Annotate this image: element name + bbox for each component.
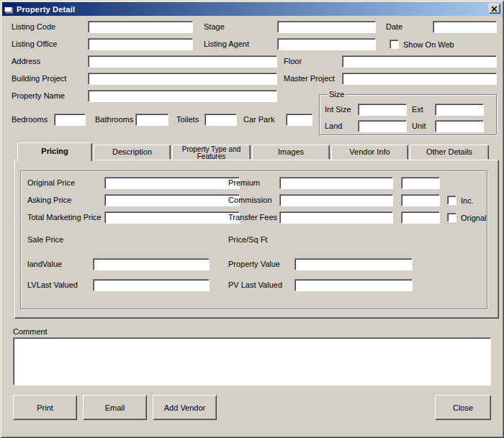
form-icon [4, 4, 14, 14]
tab-description[interactable]: Description [94, 145, 171, 160]
master-project-label: Master Project [284, 74, 335, 83]
transfer-fees-input[interactable] [279, 211, 393, 224]
int-size-label: Int Size [325, 105, 351, 114]
land-label: Land [325, 122, 342, 131]
comment-textarea[interactable] [13, 337, 491, 385]
car-park-label: Car Park [243, 115, 274, 124]
pv-last-valued-label: PV Last Valued [228, 280, 282, 290]
toilets-input[interactable] [204, 114, 237, 126]
land-value-label: landValue [27, 260, 62, 269]
listing-office-label: Listing Office [12, 40, 57, 49]
unit-label: Unit [412, 122, 426, 131]
listing-agent-input[interactable] [277, 38, 376, 50]
close-window-button[interactable] [489, 4, 500, 14]
property-value-label: Property Value [228, 260, 280, 269]
master-project-input[interactable] [342, 73, 497, 85]
size-group-caption: Size [327, 90, 346, 99]
premium-label: Premium [228, 178, 260, 188]
transfer-fees-extra-input[interactable] [401, 211, 440, 224]
inc-checkbox[interactable] [447, 196, 456, 205]
tab-other-details[interactable]: Other Details [410, 145, 489, 160]
show-on-web-checkbox[interactable] [390, 40, 399, 49]
stage-input[interactable] [277, 21, 376, 33]
ext-input[interactable] [435, 104, 484, 116]
price-sq-ft-label: Price/Sq Ft [228, 235, 267, 245]
tab-images[interactable]: Images [252, 145, 330, 160]
building-project-input[interactable] [88, 73, 277, 85]
listing-agent-label: Listing Agent [204, 40, 249, 49]
property-name-label: Property Name [12, 91, 65, 101]
original-price-input[interactable] [104, 177, 240, 189]
listing-code-label: Listing Code [12, 22, 55, 32]
date-input[interactable] [433, 21, 497, 33]
commission-label: Commission [228, 196, 272, 205]
title-bar: Property Detail [2, 2, 502, 16]
property-name-input[interactable] [88, 90, 277, 102]
floor-label: Floor [284, 57, 302, 66]
inc-label: Inc. [461, 196, 474, 206]
transfer-fees-label: Transfer Fees [228, 213, 277, 222]
tab-property-type-and-features[interactable]: Property Type and Features [172, 145, 251, 160]
land-input[interactable] [358, 120, 407, 132]
commission-extra-input[interactable] [401, 194, 440, 206]
date-label: Date [386, 22, 402, 32]
property-detail-window: Property Detail Listing Code Stage Date … [0, 0, 504, 438]
asking-price-input[interactable] [104, 194, 240, 206]
commission-input[interactable] [279, 194, 393, 206]
address-input[interactable] [88, 55, 277, 68]
show-on-web-label: Show On Web [403, 40, 454, 50]
premium-extra-input[interactable] [401, 177, 440, 189]
total-marketing-price-label: Total Marketing Price [27, 213, 102, 222]
car-park-input[interactable] [286, 114, 312, 126]
tab-pricing[interactable]: Pricing [17, 142, 92, 161]
building-project-label: Building Project [12, 74, 66, 83]
lv-last-valued-input[interactable] [93, 279, 210, 291]
bathrooms-label: Bathrooms [95, 115, 133, 124]
land-value-input[interactable] [93, 258, 210, 270]
toilets-label: Toilets [176, 115, 199, 124]
premium-input[interactable] [279, 177, 393, 189]
property-value-input[interactable] [294, 258, 413, 270]
orignal-checkbox[interactable] [447, 213, 456, 222]
window-title: Property Detail [17, 5, 75, 14]
floor-input[interactable] [342, 55, 497, 68]
bathrooms-input[interactable] [135, 114, 168, 126]
unit-input[interactable] [435, 120, 484, 132]
email-button[interactable]: Email [83, 395, 147, 420]
listing-office-input[interactable] [88, 38, 193, 50]
comment-label: Comment [13, 327, 48, 337]
sale-price-label: Sale Price [27, 235, 63, 245]
bedrooms-input[interactable] [54, 114, 86, 126]
lv-last-valued-label: LVLast Valued [27, 280, 78, 290]
print-button[interactable]: Print [13, 395, 77, 420]
close-button[interactable]: Close [435, 395, 491, 420]
total-marketing-price-input[interactable] [104, 211, 240, 224]
close-icon [492, 6, 498, 12]
pv-last-valued-input[interactable] [294, 279, 413, 291]
orignal-label: Orignal [461, 214, 486, 223]
listing-code-input[interactable] [88, 21, 193, 33]
stage-label: Stage [204, 22, 225, 32]
address-label: Address [12, 57, 40, 66]
original-price-label: Original Price [27, 178, 75, 188]
ext-label: Ext [412, 105, 423, 114]
int-size-input[interactable] [358, 104, 407, 116]
bedrooms-label: Bedrooms [12, 115, 48, 124]
asking-price-label: Asking Price [27, 196, 71, 205]
tab-vendor-info[interactable]: Vendor Info [331, 145, 408, 160]
add-vendor-button[interactable]: Add Vendor [153, 395, 217, 420]
